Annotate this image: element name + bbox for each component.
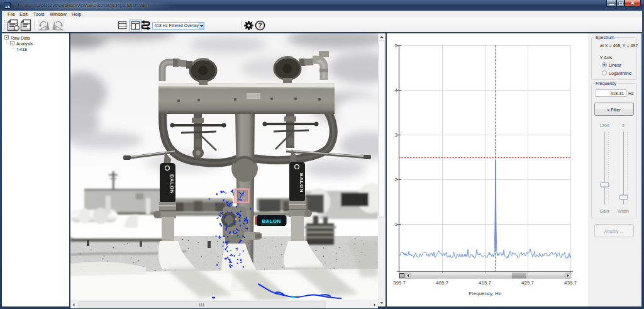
svg-text:1200: 1200: [599, 123, 609, 128]
svg-text:425.7: 425.7: [521, 280, 535, 286]
svg-text:BALON: BALON: [299, 173, 304, 193]
svg-text:at X = 468, Y = 497: at X = 468, Y = 497: [600, 43, 638, 48]
svg-text:Hz: Hz: [628, 91, 634, 96]
svg-text:2: 2: [622, 123, 625, 128]
svg-text:Logarithmic: Logarithmic: [609, 71, 632, 76]
svg-text:Linear: Linear: [609, 63, 621, 67]
svg-text:418 Hz Filtered Overlay: 418 Hz Filtered Overlay: [155, 23, 199, 28]
svg-text:Frequency: Frequency: [596, 81, 617, 86]
svg-text:?: ?: [258, 21, 262, 29]
svg-text:BALON: BALON: [262, 218, 281, 224]
svg-text:.5: .5: [393, 43, 397, 48]
svg-text:Raw Data: Raw Data: [11, 36, 30, 40]
svg-text:< Filter: < Filter: [607, 108, 621, 112]
svg-text:Width: Width: [618, 209, 629, 213]
svg-text:395.7: 395.7: [393, 280, 406, 286]
svg-text:Gain: Gain: [600, 209, 609, 213]
svg-text:405.7: 405.7: [436, 280, 449, 286]
svg-text:Frequency, Hz: Frequency, Hz: [469, 291, 501, 296]
svg-text:f-418: f-418: [17, 47, 27, 52]
svg-text:Y Axis: Y Axis: [600, 55, 613, 60]
svg-text:.3: .3: [393, 132, 397, 138]
svg-text:Amplify ...: Amplify ...: [604, 229, 624, 234]
svg-text:Analysis: Analysis: [16, 42, 33, 47]
svg-text:.1: .1: [393, 222, 397, 227]
svg-text:Spectrum: Spectrum: [596, 35, 614, 40]
svg-text:BALON: BALON: [169, 174, 175, 194]
svg-text:418.31: 418.31: [611, 91, 625, 96]
svg-text:.2: .2: [393, 177, 397, 183]
svg-text:.4: .4: [393, 87, 397, 93]
svg-text:435.7: 435.7: [564, 280, 577, 286]
svg-text:415.7: 415.7: [479, 280, 492, 286]
